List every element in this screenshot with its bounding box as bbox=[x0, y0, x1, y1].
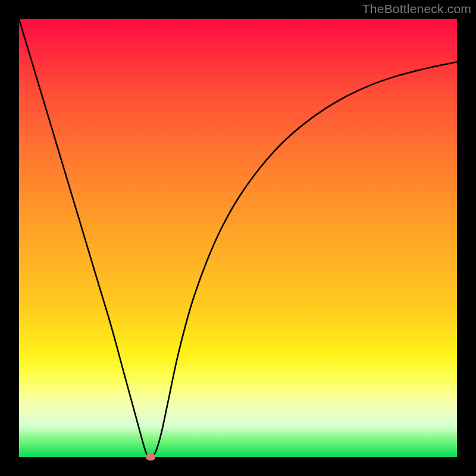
plot-area bbox=[19, 19, 457, 457]
chart-frame: TheBottleneck.com bbox=[0, 0, 476, 476]
minimum-marker-icon bbox=[145, 453, 155, 461]
curve-svg bbox=[19, 19, 457, 457]
bottleneck-curve bbox=[19, 19, 457, 457]
watermark-text: TheBottleneck.com bbox=[362, 2, 471, 16]
